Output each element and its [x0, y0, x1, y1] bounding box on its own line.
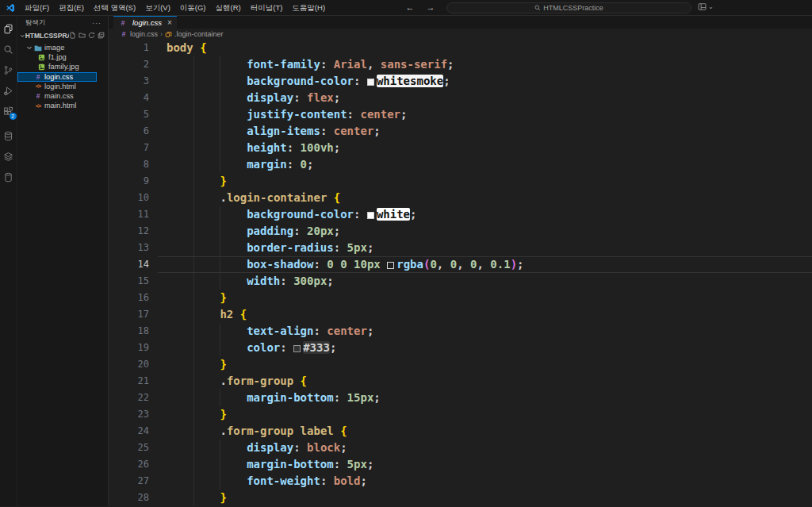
workspace-root-row[interactable]: HTMLCSSPRA... — [17, 30, 108, 40]
indent-guide — [220, 456, 220, 473]
code-line-28[interactable]: 28 } — [109, 490, 812, 506]
line-content: } — [167, 356, 227, 373]
line-content: background-color: whitesmoke; — [167, 73, 450, 90]
container-extension-icon[interactable] — [0, 167, 17, 187]
code-line-17[interactable]: 17 h2 { — [109, 306, 812, 323]
code-line-7[interactable]: 7 height: 100vh; — [109, 140, 812, 156]
search-sidebar-icon[interactable] — [0, 39, 17, 60]
activity-bar: 2 — [0, 16, 17, 506]
code-token: , — [457, 258, 463, 271]
nav-forward-button[interactable]: → — [423, 0, 438, 16]
tree-item-image[interactable]: image — [17, 43, 97, 52]
command-center-search[interactable]: HTMLCSSPractice — [446, 2, 691, 13]
code-line-6[interactable]: 6 align-items: center; — [109, 123, 812, 140]
breadcrumb-separator: › — [160, 30, 163, 38]
tree-item-login-html[interactable]: <>login.html — [17, 82, 97, 91]
tree-item-login-css[interactable]: #login.css — [17, 72, 97, 82]
layers-extension-icon[interactable] — [0, 146, 17, 167]
line-number: 16 — [109, 290, 149, 306]
code-line-8[interactable]: 8 margin: 0; — [109, 156, 812, 173]
code-token: color — [247, 341, 280, 354]
menu-item-4[interactable]: 이동(G) — [175, 0, 211, 16]
code-line-22[interactable]: 22 margin-bottom: 15px; — [109, 390, 812, 406]
tree-item-main-html[interactable]: <>main.html — [17, 101, 97, 110]
menu-item-1[interactable]: 편집(E) — [54, 0, 89, 16]
color-swatch[interactable] — [387, 262, 394, 269]
line-content: } — [167, 490, 227, 506]
menu-item-0[interactable]: 파일(F) — [20, 0, 54, 16]
indent-guide — [193, 490, 194, 506]
code-editor[interactable]: 1body {2 font-family: Arial, sans-serif;… — [109, 40, 812, 506]
color-swatch[interactable] — [367, 212, 374, 219]
code-line-21[interactable]: 21 .form-group { — [109, 373, 812, 390]
code-line-16[interactable]: 16 } — [109, 290, 812, 306]
code-token: : — [280, 275, 286, 287]
extensions-icon[interactable]: 2 — [0, 101, 17, 121]
code-token: ; — [307, 158, 313, 171]
menu-item-7[interactable]: 도움말(H) — [287, 0, 330, 16]
indent-guide — [220, 256, 220, 273]
code-line-1[interactable]: 1body { — [109, 40, 812, 56]
new-folder-icon[interactable] — [79, 32, 86, 39]
code-line-2[interactable]: 2 font-family: Arial, sans-serif; — [109, 56, 812, 73]
indent-guide — [220, 106, 220, 123]
close-icon[interactable]: × — [167, 18, 172, 27]
code-line-4[interactable]: 4 display: flex; — [109, 90, 812, 106]
code-line-27[interactable]: 27 font-weight: bold; — [109, 473, 812, 490]
code-line-10[interactable]: 10 .login-container { — [109, 190, 812, 206]
indent-guide — [193, 423, 194, 440]
code-line-11[interactable]: 11 background-color: white; — [109, 206, 812, 223]
explorer-icon[interactable] — [0, 18, 17, 39]
code-line-25[interactable]: 25 display: block; — [109, 440, 812, 456]
code-line-15[interactable]: 15 width: 300px; — [109, 273, 812, 290]
code-line-19[interactable]: 19 color: #333; — [109, 340, 812, 356]
menu-item-3[interactable]: 보기(V) — [140, 0, 175, 16]
code-line-3[interactable]: 3 background-color: whitesmoke; — [109, 73, 812, 90]
breadcrumb-file[interactable]: login.css — [130, 30, 158, 38]
breadcrumb-symbol[interactable]: .login-container — [174, 30, 224, 38]
indent-guide — [193, 406, 194, 423]
menu-item-2[interactable]: 선택 영역(S) — [89, 0, 140, 16]
code-line-23[interactable]: 23 } — [109, 406, 812, 423]
line-content: display: flex; — [167, 90, 340, 106]
color-swatch[interactable] — [367, 79, 374, 86]
code-token — [340, 458, 347, 471]
new-file-icon[interactable] — [69, 32, 76, 39]
line-content: padding: 20px; — [167, 223, 340, 240]
code-token — [464, 258, 470, 271]
code-line-20[interactable]: 20 } — [109, 356, 812, 373]
code-line-18[interactable]: 18 text-align: center; — [109, 323, 812, 340]
code-token: 0 — [450, 258, 457, 271]
code-line-13[interactable]: 13 border-radius: 5px; — [109, 240, 812, 256]
code-line-9[interactable]: 9 } — [109, 173, 812, 190]
code-line-14[interactable]: 14 box-shadow: 0 0 10px rgba(0, 0, 0, 0.… — [109, 256, 812, 273]
tree-item-label: image — [44, 44, 64, 52]
code-line-5[interactable]: 5 justify-content: center; — [109, 106, 812, 123]
customize-layout-button[interactable]: ⌄ — [698, 2, 714, 11]
code-line-24[interactable]: 24 .form-group label { — [109, 423, 812, 440]
code-line-26[interactable]: 26 margin-bottom: 5px; — [109, 456, 812, 473]
code-token: font-family — [247, 58, 320, 71]
code-token: form-group — [227, 424, 293, 437]
menu-item-5[interactable]: 실행(R) — [211, 0, 246, 16]
tree-item-family-jpg[interactable]: family.jpg — [17, 62, 97, 71]
tab-login-css[interactable]: # login.css × — [113, 16, 177, 29]
tree-item-f1-jpg[interactable]: f1.jpg — [17, 52, 97, 62]
code-line-12[interactable]: 12 padding: 20px; — [109, 223, 812, 240]
refresh-icon[interactable] — [88, 32, 95, 39]
file-tree: imagef1.jpgfamily.jpg#login.css<>login.h… — [17, 43, 97, 110]
menu-item-6[interactable]: 터미널(T) — [246, 0, 288, 16]
code-token: #333 — [303, 341, 330, 354]
tree-item-main-css[interactable]: #main.css — [17, 91, 97, 101]
collapse-all-icon[interactable] — [98, 32, 105, 39]
code-token: { — [334, 191, 340, 204]
run-debug-icon[interactable] — [0, 80, 17, 101]
code-token: background-color — [247, 208, 354, 221]
code-token: font-weight — [247, 474, 320, 487]
color-swatch[interactable] — [293, 345, 301, 352]
explorer-more-actions-button[interactable]: ··· — [92, 19, 102, 27]
database-extension-icon[interactable] — [0, 125, 17, 146]
nav-back-button[interactable]: ← — [403, 0, 417, 16]
source-control-icon[interactable] — [0, 60, 17, 80]
code-token: ; — [367, 458, 373, 471]
